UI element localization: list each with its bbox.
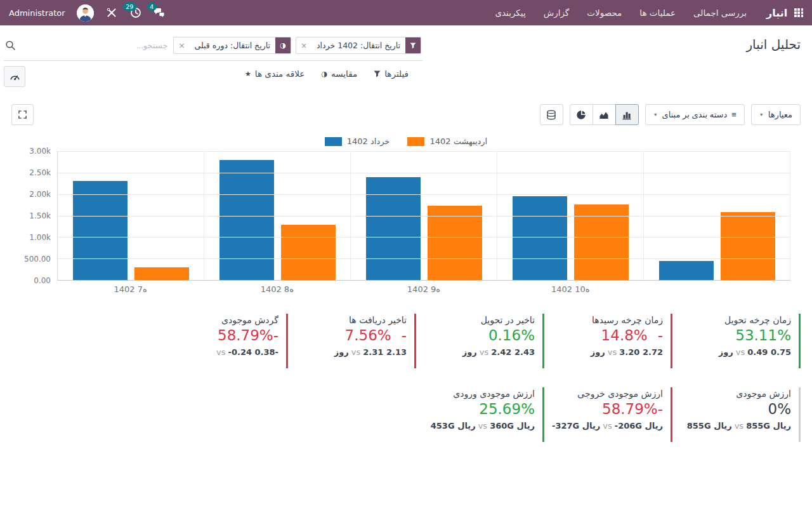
chevron-down-icon: ▼ [653, 112, 658, 117]
comparison-toggle[interactable]: ◑ مقایسه [321, 69, 357, 79]
kpi-comparison: 855G ریالvs855G ریال [679, 421, 791, 431]
kpi-value: 58.79%- [218, 327, 278, 344]
top-navbar: انبار بررسی اجمالی عملیات ها محصولات گزا… [0, 0, 812, 25]
list-icon: ≡ [731, 110, 737, 119]
activities-icon[interactable]: 29 [129, 6, 142, 19]
app-name[interactable]: انبار [766, 7, 787, 19]
page-title: تحلیل انبار [746, 32, 801, 52]
kpi-card: ارزش موجودی خروجی58.79%--327G ریالvs-206… [551, 387, 672, 442]
chart-bar[interactable] [219, 160, 274, 280]
kpi-value-line: 0% [679, 401, 791, 418]
kpi-comparison: 453G ریالvs360G ریال [423, 421, 535, 431]
legend-label: 1402 خرداد [347, 137, 390, 146]
gauge-icon [10, 72, 20, 81]
chart-section: معیارها ▼ ≡ دسته بندی بر مبنای ▼ [0, 104, 812, 297]
bar-chart-button[interactable] [615, 104, 639, 125]
chart-bar[interactable] [721, 212, 775, 280]
activities-badge: 29 [123, 3, 136, 11]
kpi-title: ارزش موجودی [679, 389, 791, 399]
menu-overview[interactable]: بررسی اجمالی [685, 0, 755, 25]
kpi-value: 53.11% [735, 327, 791, 344]
facet-label: تاریخ انتقال: 1402 خرداد [311, 41, 405, 50]
chart-type-switcher [570, 104, 639, 125]
data-view-button[interactable] [540, 104, 563, 125]
kpi-title: گردش موجودی [167, 315, 278, 325]
user-avatar[interactable] [77, 4, 94, 22]
menu-operations[interactable]: عملیات ها [631, 0, 684, 25]
facet-remove-icon[interactable]: × [174, 41, 189, 50]
filters-toggle[interactable]: فیلترها [374, 69, 409, 79]
gridline [58, 237, 790, 237]
kpi-card: تاخیر دریافت ها7.56%-روزvs2.31 2.13 [295, 314, 416, 368]
facet-remove-icon[interactable]: × [296, 41, 311, 50]
kpi-title: زمان چرخه تحویل [679, 315, 791, 325]
chart-bar[interactable] [281, 225, 336, 280]
user-name[interactable]: Administrator [9, 8, 65, 18]
kpi-value: 0% [768, 401, 792, 417]
kpi-value-line: 7.56%- [295, 327, 407, 345]
menu-configuration[interactable]: پیکربندی [487, 0, 534, 25]
chart-bar[interactable] [513, 196, 567, 280]
kpi-value-line: 53.11% [679, 327, 791, 345]
kpi-value: 0.16% [488, 327, 535, 344]
kpi-value-line: 58.79%- [167, 327, 278, 345]
kpi-title: تاخیر دریافت ها [295, 315, 407, 325]
kpi-card: ارزش موجودی ورودی25.69%453G ریالvs360G ر… [423, 387, 544, 442]
y-axis-label: 0.00 [34, 276, 51, 285]
line-chart-button[interactable] [593, 104, 616, 125]
menu-products[interactable]: محصولات [579, 0, 630, 25]
gridline [58, 151, 790, 152]
kpi-title: ارزش موجودی ورودی [423, 389, 535, 399]
chart-bar[interactable] [366, 177, 421, 280]
bar-chart-icon [622, 110, 632, 120]
pie-chart-button[interactable] [570, 104, 593, 125]
kpi-value-line: 58.79%- [551, 401, 663, 418]
search-input[interactable] [20, 40, 169, 51]
kpi-value: 58.79%- [602, 401, 663, 417]
x-axis-label: 1402 8ه [204, 284, 350, 294]
x-axis-label: 1402 7ه [57, 284, 204, 294]
systray: 4 29 [9, 4, 166, 22]
control-panel: تحلیل انبار تاریخ انتقال: 1402 خرداد × ◑… [0, 25, 812, 61]
pie-chart-icon [576, 110, 586, 120]
kpi-value-line: 0.16% [423, 327, 535, 345]
tools-icon[interactable] [105, 6, 118, 19]
filter-icon [374, 70, 381, 77]
database-icon [546, 110, 556, 120]
chart-bar[interactable] [659, 261, 714, 280]
chart-legend: 1402 خرداد 1402 اردیبهشت [11, 137, 801, 146]
dashboard-view-button[interactable] [4, 66, 25, 87]
favorites-toggle[interactable]: ★ علاقه مندی ها [245, 69, 304, 79]
chart-bar[interactable] [134, 267, 189, 280]
menu-reporting[interactable]: گزارش [535, 0, 578, 25]
y-axis-label: 3.00k [29, 147, 51, 156]
x-axis-label: 1402 10ه [497, 284, 644, 294]
kpi-comparison: روزvs3.20 2.72 [551, 347, 663, 357]
kpi-value-line: 14.8%- [551, 327, 663, 345]
kpi-card: گردش موجودی58.79%-vs-0.24 0.38- [167, 314, 288, 368]
chart-plot [57, 151, 790, 281]
y-axis-label: 500.00 [24, 255, 51, 264]
messages-icon[interactable]: 4 [154, 6, 166, 19]
kpi-card: تاخیر در تحویل0.16%روزvs2.42 2.43 [423, 314, 544, 368]
apps-grid-icon[interactable] [794, 8, 803, 17]
group-by-button[interactable]: ≡ دسته بندی بر مبنای ▼ [645, 104, 745, 125]
kpi-card: زمان چرخه رسیدها14.8%-روزvs3.20 2.72 [551, 314, 672, 368]
kpi-comparison: vs-0.24 0.38- [167, 347, 278, 357]
y-axis-label: 2.00k [29, 190, 51, 199]
legend-item-previous[interactable]: 1402 اردیبهشت [407, 137, 487, 146]
measures-button[interactable]: معیارها ▼ [751, 104, 801, 125]
expand-button[interactable] [11, 104, 34, 125]
x-axis: 1402 7ه1402 8ه1402 9ه1402 10ه [57, 281, 790, 297]
y-axis-label: 2.50k [29, 168, 51, 177]
chart-bar[interactable] [73, 181, 128, 280]
kpi-title: زمان چرخه رسیدها [551, 315, 663, 325]
search-bar[interactable]: تاریخ انتقال: 1402 خرداد × ◑ تاریخ انتقا… [4, 32, 422, 61]
y-axis: 3.00k2.50k2.00k1.50k1.00k500.000.00 [11, 151, 57, 281]
chevron-down-icon: ▼ [759, 112, 764, 117]
kpi-title: ارزش موجودی خروجی [551, 389, 663, 399]
kpi-trend-dash: - [402, 327, 407, 344]
area-chart-icon [599, 110, 609, 120]
chart-bar[interactable] [428, 206, 482, 280]
legend-item-current[interactable]: 1402 خرداد [325, 137, 390, 146]
